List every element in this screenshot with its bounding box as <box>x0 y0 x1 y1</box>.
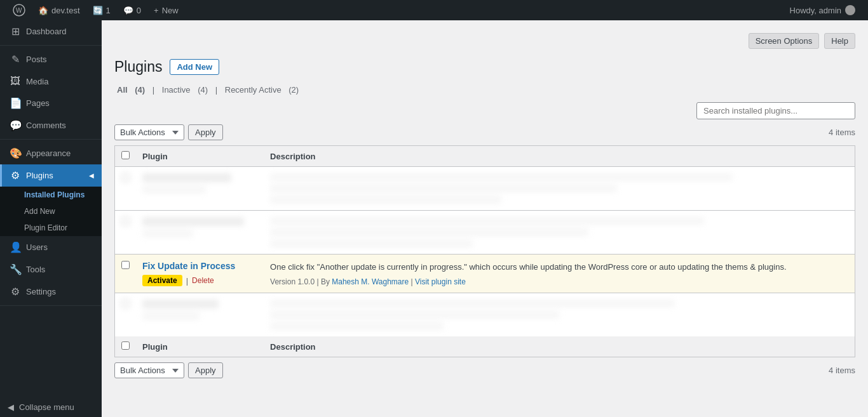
select-all-top[interactable] <box>121 151 130 159</box>
sidebar-item-media[interactable]: 🖼 Media <box>0 70 102 92</box>
plugins-icon: ⚙ <box>10 169 21 182</box>
sidebar-item-users[interactable]: 👤 Users <box>0 236 102 258</box>
blurred-row4-plugin <box>136 293 264 337</box>
site-name-item[interactable]: 🏠 dev.test <box>32 0 86 20</box>
col-description-label: Description <box>270 152 316 161</box>
activate-button[interactable]: Activate <box>142 275 182 286</box>
fix-update-checkbox[interactable] <box>121 261 130 269</box>
all-label: All <box>117 85 128 95</box>
table-row <box>115 293 855 337</box>
dashboard-icon: ⊞ <box>10 25 21 37</box>
table-row <box>115 167 855 211</box>
page-title-area: Plugins Add New <box>114 58 219 76</box>
help-button[interactable]: Help <box>824 33 855 49</box>
sidebar-item-settings[interactable]: ⚙ Settings <box>0 281 102 303</box>
table-body: Fix Update in Process Activate | Delete … <box>115 167 855 337</box>
howdy-item[interactable]: Howdy, admin <box>783 0 862 20</box>
howdy-text: Howdy, admin <box>790 6 841 15</box>
menu-separator-1 <box>0 45 102 46</box>
sidebar-label-dashboard: Dashboard <box>26 27 67 36</box>
row1-checkbox[interactable] <box>121 173 130 182</box>
appearance-icon: 🎨 <box>10 147 21 159</box>
filter-separator-1: | <box>153 85 154 95</box>
wp-logo-item[interactable]: W <box>6 0 32 20</box>
collapse-menu-button[interactable]: ◀ Collapse menu <box>0 397 102 417</box>
tfoot-checkbox <box>115 336 137 357</box>
svg-text:W: W <box>16 7 22 14</box>
new-label: New <box>162 6 179 15</box>
menu-separator-3 <box>0 305 102 306</box>
inactive-count: (4) <box>198 85 208 95</box>
sidebar-item-comments[interactable]: 💬 Comments <box>0 114 102 136</box>
sidebar-label-pages: Pages <box>26 98 50 108</box>
posts-icon: ✎ <box>10 53 21 65</box>
row4-checkbox[interactable] <box>121 300 130 308</box>
sidebar-label-comments: Comments <box>26 121 66 130</box>
tfoot-description: Description <box>264 336 855 357</box>
filter-inactive[interactable]: Inactive (4) <box>159 85 213 95</box>
sidebar-item-tools[interactable]: 🔧 Tools <box>0 258 102 281</box>
plugins-wrap: Plugins Add New All (4) | Inactive (4) |… <box>114 58 855 378</box>
table-row <box>115 211 855 255</box>
sidebar-item-dashboard[interactable]: ⊞ Dashboard <box>0 20 102 43</box>
submenu-plugin-editor[interactable]: Plugin Editor <box>0 220 102 236</box>
row2-checkbox[interactable] <box>121 217 130 225</box>
comments-item[interactable]: 💬 0 <box>117 0 147 20</box>
search-input[interactable] <box>696 102 855 119</box>
items-count-bottom-text: 4 items <box>829 366 855 375</box>
submenu-add-new[interactable]: Add New <box>0 203 102 220</box>
by-label: | By <box>316 277 332 286</box>
visit-plugin-site-link[interactable]: Visit plugin site <box>415 277 466 286</box>
sidebar-label-media: Media <box>26 77 48 86</box>
apply-bottom-button[interactable]: Apply <box>188 362 223 378</box>
sidebar-label-settings: Settings <box>26 287 56 296</box>
fix-update-meta: Version 1.0.0 | By Mahesh M. Waghmare | … <box>270 277 848 286</box>
collapse-label: Collapse menu <box>19 402 74 412</box>
blurred-row1-check <box>115 167 137 211</box>
filter-recently-active[interactable]: Recently Active (2) <box>222 85 301 95</box>
filter-separator-2: | <box>215 85 217 95</box>
bulk-actions-bottom-select[interactable]: Bulk Actions Activate Deactivate Delete … <box>114 362 184 378</box>
sidebar: ⊞ Dashboard ✎ Posts 🖼 Media 📄 Pages 💬 Co… <box>0 20 102 417</box>
users-icon: 👤 <box>10 241 21 253</box>
col-plugin-label: Plugin <box>142 152 168 161</box>
comments-count: 0 <box>137 6 141 15</box>
sidebar-item-posts[interactable]: ✎ Posts <box>0 48 102 70</box>
admin-bar: W 🏠 dev.test 🔄 1 💬 0 + New Howdy, admin <box>0 0 868 20</box>
add-new-button[interactable]: Add New <box>170 59 219 75</box>
blurred-row1-plugin <box>136 167 264 211</box>
apply-top-button[interactable]: Apply <box>188 124 223 140</box>
sidebar-item-plugins[interactable]: ⚙ Plugins ◀ <box>0 164 102 187</box>
updates-item[interactable]: 🔄 1 <box>86 0 117 20</box>
menu-separator-2 <box>0 139 102 140</box>
sidebar-label-plugins: Plugins <box>26 171 53 180</box>
tools-icon: 🔧 <box>10 263 21 275</box>
installed-plugins-label: Installed Plugins <box>24 190 85 199</box>
new-content-item[interactable]: + New <box>147 0 185 20</box>
screen-options-button[interactable]: Screen Options <box>749 33 820 49</box>
updates-count: 1 <box>106 6 111 15</box>
table-foot: Plugin Description <box>115 336 855 357</box>
table-head: Plugin Description <box>115 146 855 167</box>
plugin-actions: Activate | Delete <box>142 275 257 286</box>
blurred-row4-check <box>115 293 137 337</box>
items-count-top-text: 4 items <box>829 128 855 137</box>
version-label: Version 1.0.0 <box>270 277 315 286</box>
tablenav-bottom-left: Bulk Actions Activate Deactivate Delete … <box>114 362 223 378</box>
submenu-installed-plugins[interactable]: Installed Plugins <box>0 187 102 203</box>
sidebar-item-pages[interactable]: 📄 Pages <box>0 92 102 114</box>
fix-update-description-cell: One click fix "Another update is current… <box>264 255 855 293</box>
author-link[interactable]: Mahesh M. Waghmare <box>332 277 409 286</box>
main-content: Screen Options Help Plugins Add New All … <box>102 20 868 417</box>
all-count: (4) <box>135 85 145 95</box>
tablenav-bottom: Bulk Actions Activate Deactivate Delete … <box>114 362 855 378</box>
blurred-row4-description <box>264 293 855 337</box>
filter-all[interactable]: All (4) <box>114 85 150 95</box>
table-row-fix-update: Fix Update in Process Activate | Delete … <box>115 255 855 293</box>
select-all-bottom[interactable] <box>121 341 130 350</box>
sidebar-item-appearance[interactable]: 🎨 Appearance <box>0 142 102 164</box>
comment-icon: 💬 <box>123 6 133 15</box>
delete-link[interactable]: Delete <box>192 276 214 285</box>
bulk-actions-top-select[interactable]: Bulk Actions Activate Deactivate Delete … <box>114 124 184 140</box>
search-box <box>696 102 855 119</box>
